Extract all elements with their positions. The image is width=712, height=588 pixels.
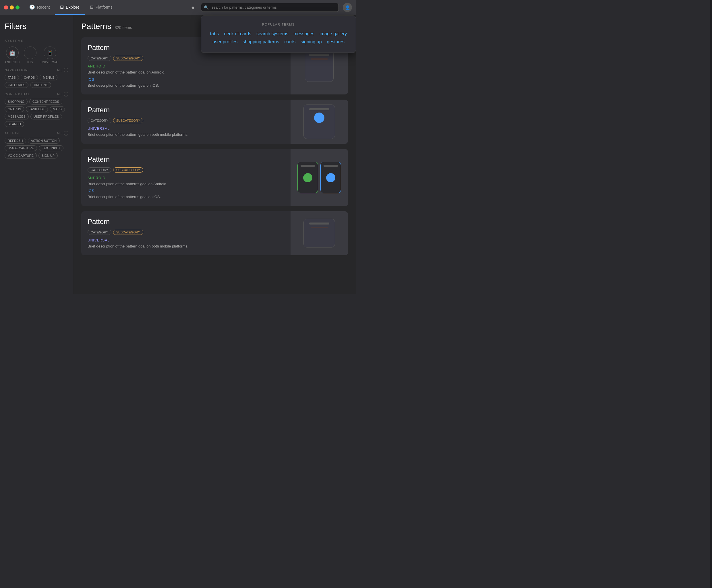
- sidebar-title: Filters: [5, 22, 68, 31]
- contextual-all[interactable]: ALL: [57, 92, 68, 97]
- popular-term-user-profiles[interactable]: user profiles: [212, 39, 237, 44]
- navigation-tags: TABS CARDS MENUS GALLERIES TIMELINE: [5, 75, 68, 88]
- popular-term-signing-up[interactable]: signing up: [301, 39, 322, 44]
- popular-term-shopping-patterns[interactable]: shopping patterns: [243, 39, 279, 44]
- mock-tablet-4: [303, 219, 335, 248]
- action-all[interactable]: ALL: [57, 131, 68, 135]
- popular-term-search-systems[interactable]: search systems: [256, 31, 288, 37]
- tag-shopping[interactable]: SHOPPING: [5, 99, 27, 105]
- universal-platform[interactable]: 📱 UNIVERSAL: [41, 46, 59, 64]
- content-area: Patterns 320 items Pattern CATEGORY SUBC…: [73, 15, 356, 294]
- close-button[interactable]: [4, 5, 8, 9]
- action-label: ACTION: [5, 131, 19, 135]
- card-platform-universal-2: UNIVERSAL: [88, 127, 284, 131]
- card-platform-android-1: ANDROID: [88, 64, 284, 68]
- action-tags: REFRESH ACTION BUTTON IMAGE CAPTURE TEXT…: [5, 138, 68, 159]
- tag-messages[interactable]: MESSAGES: [5, 114, 29, 120]
- tag-voice-capture[interactable]: VOICE CAPTURE: [5, 153, 37, 159]
- devices-icon: ⊟: [90, 4, 93, 10]
- mock-bar-1b: [311, 58, 328, 60]
- popular-term-image-gallery[interactable]: image gallery: [319, 31, 347, 37]
- tag-text-input[interactable]: TEXT INPUT: [39, 145, 63, 151]
- tag-timeline[interactable]: TIMELINE: [30, 82, 51, 88]
- ios-platform[interactable]: iOS: [24, 46, 37, 64]
- minimize-button[interactable]: [10, 5, 14, 9]
- contextual-label: CONTEXTUAL: [5, 92, 30, 96]
- tag-search[interactable]: SEARCH: [5, 121, 24, 127]
- search-container: 🔍 POPULAR TERMS tabsdeck of cardssearch …: [201, 3, 339, 12]
- pattern-card-2: Pattern CATEGORY SUBCATEGORY UNIVERSAL B…: [81, 100, 348, 144]
- favorites-button[interactable]: ★: [188, 3, 198, 12]
- action-all-circle: [64, 131, 68, 135]
- main-layout: Filters SYSTEMS 🤖 ANDROID iOS 📱 UNIVERSA…: [0, 15, 356, 294]
- android-icon: 🤖: [6, 46, 19, 59]
- search-input[interactable]: [201, 3, 339, 12]
- mock-dot-2: [314, 112, 324, 123]
- card-category-3: CATEGORY: [88, 167, 111, 172]
- systems-label: SYSTEMS: [5, 39, 68, 42]
- mock-tablet-2: [303, 105, 335, 139]
- card-platform-ios-3: iOS: [88, 189, 284, 193]
- ios-icon: [24, 46, 37, 59]
- mock-bar-2a: [309, 108, 329, 110]
- avatar[interactable]: 👤: [343, 3, 352, 12]
- popular-term-messages[interactable]: messages: [293, 31, 314, 37]
- tag-maps[interactable]: MAPS: [50, 106, 65, 112]
- popular-term-gestures[interactable]: gestures: [327, 39, 344, 44]
- search-dropdown: POPULAR TERMS tabsdeck of cardssearch sy…: [201, 16, 356, 53]
- card-subcategory-2: SUBCATEGORY: [113, 118, 143, 123]
- mock-bar-1a: [309, 54, 329, 56]
- titlebar: 🕐 Recent ⊞ Explore ⊟ Platforms ★ 🔍 POPUL…: [0, 0, 356, 15]
- tag-menus[interactable]: MENUS: [40, 75, 58, 80]
- card-title-4: Pattern: [88, 218, 284, 226]
- tag-cards[interactable]: CARDS: [21, 75, 38, 80]
- card-left-3: Pattern CATEGORY SUBCATEGORY ANDROID Bri…: [81, 149, 291, 206]
- card-android-desc-3: Brief description of the patterns goal o…: [88, 181, 284, 187]
- maximize-button[interactable]: [16, 5, 20, 9]
- popular-term-tabs[interactable]: tabs: [210, 31, 219, 37]
- recent-tab[interactable]: 🕐 Recent: [24, 0, 55, 15]
- card-preview-4: [291, 211, 348, 255]
- popular-term-deck-of-cards[interactable]: deck of cards: [224, 31, 251, 37]
- clock-icon: 🕐: [29, 4, 35, 10]
- tag-refresh[interactable]: REFRESH: [5, 138, 26, 144]
- mock-phone-bar-3b: [323, 165, 338, 167]
- card-tags-2: CATEGORY SUBCATEGORY: [88, 118, 284, 123]
- android-label: ANDROID: [5, 61, 20, 64]
- popular-term-cards[interactable]: cards: [284, 39, 295, 44]
- tag-image-capture[interactable]: IMAGE CAPTURE: [5, 145, 37, 151]
- tag-galleries[interactable]: GALLERIES: [5, 82, 28, 88]
- card-desc-4: Brief description of the pattern goal on…: [88, 244, 284, 249]
- card-preview-2: [291, 100, 348, 144]
- traffic-lights: [4, 5, 20, 9]
- card-platform-android-3: ANDROID: [88, 176, 284, 180]
- tag-tabs[interactable]: TABS: [5, 75, 19, 80]
- tag-graphs[interactable]: GRAPHS: [5, 106, 24, 112]
- tag-task-list[interactable]: TASK LIST: [26, 106, 48, 112]
- pattern-card-3: Pattern CATEGORY SUBCATEGORY ANDROID Bri…: [81, 149, 348, 206]
- card-subcategory-3: SUBCATEGORY: [113, 167, 143, 172]
- platforms-tab-label: Platforms: [96, 5, 112, 9]
- card-title-3: Pattern: [88, 155, 284, 163]
- tag-action-button[interactable]: ACTION BUTTON: [28, 138, 60, 144]
- card-left-2: Pattern CATEGORY SUBCATEGORY UNIVERSAL B…: [81, 100, 291, 144]
- platforms-tab[interactable]: ⊟ Platforms: [85, 0, 118, 15]
- card-category-4: CATEGORY: [88, 230, 111, 235]
- card-platform-universal-4: UNIVERSAL: [88, 238, 284, 242]
- contextual-row: CONTEXTUAL ALL: [5, 92, 68, 97]
- android-platform[interactable]: 🤖 ANDROID: [5, 46, 20, 64]
- explore-tab[interactable]: ⊞ Explore: [55, 0, 84, 15]
- tag-content-feeds[interactable]: CONTENT FEEDS: [29, 99, 62, 105]
- mock-phone-3a: [297, 162, 318, 193]
- navigation-all[interactable]: ALL: [57, 68, 68, 72]
- content-title: Patterns: [81, 22, 111, 31]
- recent-tab-label: Recent: [37, 5, 50, 9]
- mock-bar-4b: [311, 227, 328, 228]
- universal-label: UNIVERSAL: [41, 61, 59, 64]
- card-android-desc-1: Brief description of the pattern goal on…: [88, 69, 284, 75]
- contextual-tags: SHOPPING CONTENT FEEDS GRAPHS TASK LIST …: [5, 99, 68, 127]
- mock-tablet-1: [305, 50, 334, 82]
- tag-user-profiles[interactable]: USER PROFILES: [30, 114, 62, 120]
- mock-phone-3b: [320, 162, 341, 193]
- tag-sign-up[interactable]: SIGN UP: [39, 153, 58, 159]
